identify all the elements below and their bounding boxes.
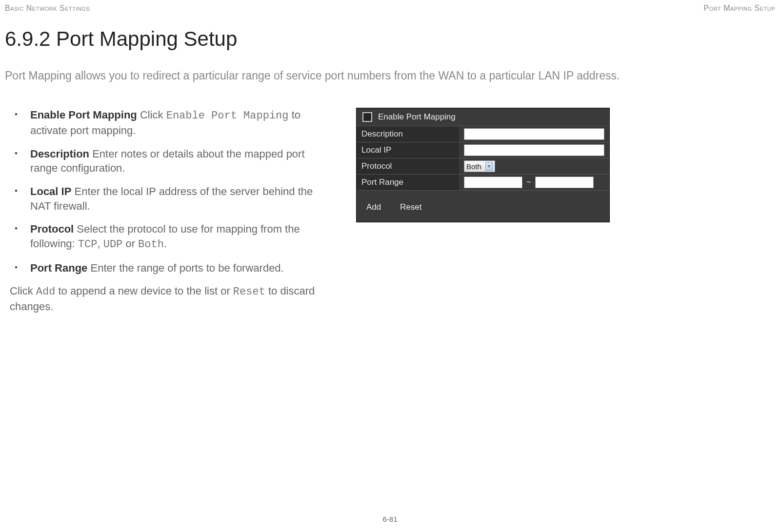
protocol-label: Protocol: [357, 158, 459, 175]
table-row: Port Range ~: [357, 175, 609, 191]
local-ip-cell: [459, 142, 609, 158]
reset-button[interactable]: Reset: [396, 199, 425, 215]
term-protocol: Protocol: [30, 223, 74, 235]
description-cell: [459, 126, 609, 142]
description-label: Description: [357, 126, 459, 142]
bullet-text: Enter the range of ports to be forwarded…: [87, 262, 283, 274]
list-item: Protocol Select the protocol to use for …: [23, 222, 327, 252]
chevron-down-icon: ▼: [485, 162, 493, 171]
widget-footer: Add Reset: [357, 190, 609, 222]
protocol-select[interactable]: Both ▼: [464, 160, 495, 172]
header-right: Port Mapping Setup: [704, 4, 776, 13]
click-pre: Click: [10, 285, 36, 297]
bullet-text: .: [164, 237, 167, 250]
port-range-inputs: ~: [464, 177, 604, 188]
port-range-label: Port Range: [357, 175, 459, 191]
port-range-cell: ~: [459, 175, 609, 191]
port-range-separator: ~: [526, 177, 531, 187]
table-row: Description: [357, 126, 609, 142]
click-instruction: Click Add to append a new device to the …: [5, 284, 327, 314]
list-item: Enable Port Mapping Click Enable Port Ma…: [23, 108, 327, 138]
add-button[interactable]: Add: [362, 199, 385, 215]
header-left: Basic Network Settings: [5, 4, 90, 13]
mono-text: UDP: [103, 238, 123, 251]
bullet-text: or: [122, 237, 138, 250]
local-ip-input[interactable]: [464, 144, 604, 156]
mono-reset: Reset: [233, 286, 265, 298]
mono-add: Add: [36, 286, 56, 298]
protocol-cell: Both ▼: [459, 158, 609, 175]
page-header-row: Basic Network Settings Port Mapping Setu…: [0, 0, 780, 13]
click-mid: to append a new device to the list or: [55, 285, 233, 297]
port-range-start-input[interactable]: [464, 177, 522, 188]
table-row: Protocol Both ▼: [357, 158, 609, 175]
widget-form-table: Description Local IP Protocol Both: [357, 126, 609, 190]
intro-paragraph: Port Mapping allows you to redirect a pa…: [0, 53, 780, 93]
description-input[interactable]: [464, 128, 604, 140]
list-item: Local IP Enter the local IP address of t…: [23, 184, 327, 213]
protocol-selected-value: Both: [466, 162, 481, 171]
enable-port-mapping-checkbox[interactable]: [362, 112, 372, 122]
feature-list: Enable Port Mapping Click Enable Port Ma…: [5, 108, 327, 275]
section-title: 6.9.2 Port Mapping Setup: [0, 13, 780, 53]
mono-text: TCP: [78, 238, 98, 251]
list-item: Description Enter notes or details about…: [23, 147, 327, 176]
mono-text: Enable Port Mapping: [166, 110, 289, 122]
mono-text: Both: [138, 238, 164, 251]
bullet-text: Enter the local IP address of the server…: [30, 185, 313, 212]
documentation-column: Enable Port Mapping Click Enable Port Ma…: [5, 108, 327, 314]
screenshot-column: Enable Port Mapping Description Local IP: [356, 108, 610, 314]
list-item: Port Range Enter the range of ports to b…: [23, 261, 327, 276]
table-row: Local IP: [357, 142, 609, 158]
content-row: Enable Port Mapping Click Enable Port Ma…: [0, 93, 780, 314]
bullet-text: ,: [97, 237, 103, 250]
port-mapping-widget: Enable Port Mapping Description Local IP: [356, 108, 610, 222]
term-local-ip: Local IP: [30, 185, 71, 197]
term-port-range: Port Range: [30, 262, 87, 274]
term-enable-port-mapping: Enable Port Mapping: [30, 109, 137, 121]
enable-port-mapping-label: Enable Port Mapping: [378, 112, 456, 122]
widget-header: Enable Port Mapping: [357, 108, 609, 126]
term-description: Description: [30, 148, 89, 160]
bullet-text: Click: [137, 109, 166, 121]
local-ip-label: Local IP: [357, 142, 459, 158]
page-number: 6-81: [0, 515, 780, 523]
port-range-end-input[interactable]: [535, 177, 594, 188]
